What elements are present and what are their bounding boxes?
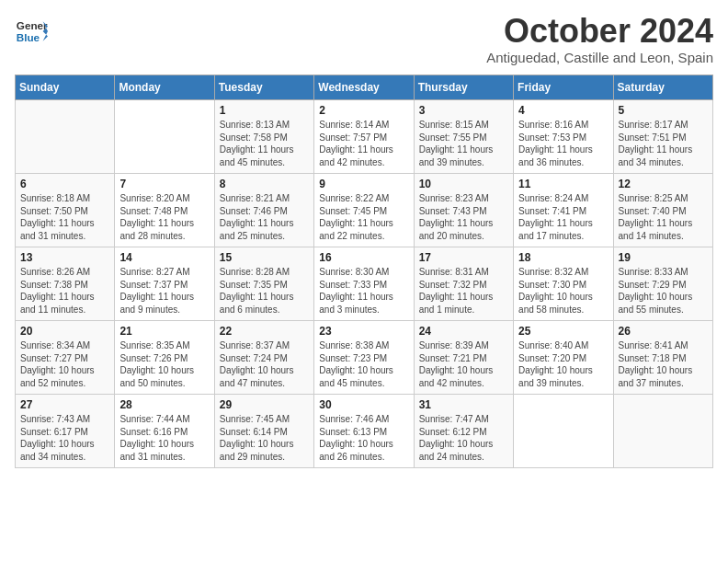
day-number: 2 [319,104,408,117]
day-number: 24 [419,325,508,338]
calendar-table: SundayMondayTuesdayWednesdayThursdayFrid… [15,75,713,468]
day-info: Sunrise: 7:43 AM Sunset: 6:17 PM Dayligh… [20,413,109,463]
day-info: Sunrise: 8:18 AM Sunset: 7:50 PM Dayligh… [20,192,109,242]
day-info: Sunrise: 8:15 AM Sunset: 7:55 PM Dayligh… [419,119,508,168]
day-info: Sunrise: 8:35 AM Sunset: 7:26 PM Dayligh… [119,339,209,389]
week-row-1: 1Sunrise: 8:13 AM Sunset: 7:58 PM Daylig… [16,100,713,174]
week-row-5: 27Sunrise: 7:43 AM Sunset: 6:17 PM Dayli… [16,395,713,468]
day-number: 12 [619,178,708,190]
calendar-cell [115,100,214,174]
calendar-cell: 22Sunrise: 8:37 AM Sunset: 7:24 PM Dayli… [214,321,313,395]
calendar-cell: 18Sunrise: 8:32 AM Sunset: 7:30 PM Dayli… [514,247,613,321]
logo: General Blue [15,15,48,48]
day-number: 5 [619,104,708,117]
calendar-cell: 13Sunrise: 8:26 AM Sunset: 7:38 PM Dayli… [16,247,115,321]
day-number: 17 [419,251,508,264]
calendar-cell: 17Sunrise: 8:31 AM Sunset: 7:32 PM Dayli… [414,247,513,321]
day-number: 22 [220,325,309,338]
col-header-wednesday: Wednesday [314,75,414,100]
calendar-cell: 29Sunrise: 7:45 AM Sunset: 6:14 PM Dayli… [214,395,313,468]
day-info: Sunrise: 8:26 AM Sunset: 7:38 PM Dayligh… [20,266,109,316]
day-number: 16 [319,251,408,264]
col-header-friday: Friday [514,75,613,100]
day-info: Sunrise: 8:22 AM Sunset: 7:45 PM Dayligh… [319,192,408,242]
col-header-saturday: Saturday [613,75,712,100]
calendar-cell: 4Sunrise: 8:16 AM Sunset: 7:53 PM Daylig… [514,100,613,174]
day-number: 3 [419,104,508,117]
day-number: 27 [20,398,109,411]
day-info: Sunrise: 8:40 AM Sunset: 7:20 PM Dayligh… [518,339,608,389]
day-info: Sunrise: 8:38 AM Sunset: 7:23 PM Dayligh… [319,339,408,389]
location-subtitle: Antiguedad, Castille and Leon, Spain [486,50,713,65]
day-info: Sunrise: 8:17 AM Sunset: 7:51 PM Dayligh… [619,119,708,168]
week-row-4: 20Sunrise: 8:34 AM Sunset: 7:27 PM Dayli… [16,321,713,395]
svg-text:General: General [17,19,48,31]
day-number: 28 [119,398,209,411]
week-row-2: 6Sunrise: 8:18 AM Sunset: 7:50 PM Daylig… [16,174,713,247]
day-number: 26 [619,325,708,338]
day-number: 29 [220,398,309,411]
col-header-thursday: Thursday [414,75,513,100]
day-number: 18 [518,251,608,264]
day-number: 11 [518,178,608,190]
day-info: Sunrise: 8:27 AM Sunset: 7:37 PM Dayligh… [119,266,209,316]
day-info: Sunrise: 8:24 AM Sunset: 7:41 PM Dayligh… [518,192,608,242]
day-info: Sunrise: 8:39 AM Sunset: 7:21 PM Dayligh… [419,339,508,389]
day-info: Sunrise: 8:41 AM Sunset: 7:18 PM Dayligh… [619,339,708,389]
calendar-cell: 6Sunrise: 8:18 AM Sunset: 7:50 PM Daylig… [16,174,115,247]
calendar-cell: 25Sunrise: 8:40 AM Sunset: 7:20 PM Dayli… [514,321,613,395]
calendar-cell: 21Sunrise: 8:35 AM Sunset: 7:26 PM Dayli… [115,321,214,395]
day-info: Sunrise: 8:25 AM Sunset: 7:40 PM Dayligh… [619,192,708,242]
calendar-cell: 3Sunrise: 8:15 AM Sunset: 7:55 PM Daylig… [414,100,513,174]
day-info: Sunrise: 7:44 AM Sunset: 6:16 PM Dayligh… [119,413,209,463]
day-number: 9 [319,178,408,190]
calendar-cell: 10Sunrise: 8:23 AM Sunset: 7:43 PM Dayli… [414,174,513,247]
calendar-cell: 7Sunrise: 8:20 AM Sunset: 7:48 PM Daylig… [115,174,214,247]
day-info: Sunrise: 7:46 AM Sunset: 6:13 PM Dayligh… [319,413,408,463]
calendar-cell: 27Sunrise: 7:43 AM Sunset: 6:17 PM Dayli… [16,395,115,468]
day-info: Sunrise: 8:13 AM Sunset: 7:58 PM Dayligh… [220,119,309,168]
day-number: 8 [220,178,309,190]
calendar-cell: 16Sunrise: 8:30 AM Sunset: 7:33 PM Dayli… [314,247,414,321]
logo-icon: General Blue [15,15,48,48]
page-header: General Blue October 2024 Antiguedad, Ca… [15,15,713,65]
day-number: 31 [419,398,508,411]
day-info: Sunrise: 8:32 AM Sunset: 7:30 PM Dayligh… [518,266,608,316]
calendar-cell: 23Sunrise: 8:38 AM Sunset: 7:23 PM Dayli… [314,321,414,395]
calendar-cell: 20Sunrise: 8:34 AM Sunset: 7:27 PM Dayli… [16,321,115,395]
day-info: Sunrise: 7:47 AM Sunset: 6:12 PM Dayligh… [419,413,508,463]
day-info: Sunrise: 8:30 AM Sunset: 7:33 PM Dayligh… [319,266,408,316]
day-info: Sunrise: 7:45 AM Sunset: 6:14 PM Dayligh… [220,413,309,463]
col-header-tuesday: Tuesday [214,75,313,100]
day-number: 10 [419,178,508,190]
calendar-cell: 14Sunrise: 8:27 AM Sunset: 7:37 PM Dayli… [115,247,214,321]
day-info: Sunrise: 8:37 AM Sunset: 7:24 PM Dayligh… [220,339,309,389]
week-row-3: 13Sunrise: 8:26 AM Sunset: 7:38 PM Dayli… [16,247,713,321]
calendar-cell [16,100,115,174]
day-info: Sunrise: 8:16 AM Sunset: 7:53 PM Dayligh… [518,119,608,168]
day-number: 14 [119,251,209,264]
calendar-cell: 11Sunrise: 8:24 AM Sunset: 7:41 PM Dayli… [514,174,613,247]
day-number: 4 [518,104,608,117]
day-number: 21 [119,325,209,338]
day-info: Sunrise: 8:33 AM Sunset: 7:29 PM Dayligh… [619,266,708,316]
calendar-cell: 1Sunrise: 8:13 AM Sunset: 7:58 PM Daylig… [214,100,313,174]
day-number: 25 [518,325,608,338]
calendar-cell: 30Sunrise: 7:46 AM Sunset: 6:13 PM Dayli… [314,395,414,468]
calendar-cell: 31Sunrise: 7:47 AM Sunset: 6:12 PM Dayli… [414,395,513,468]
calendar-cell: 12Sunrise: 8:25 AM Sunset: 7:40 PM Dayli… [613,174,712,247]
calendar-cell: 15Sunrise: 8:28 AM Sunset: 7:35 PM Dayli… [214,247,313,321]
day-info: Sunrise: 8:21 AM Sunset: 7:46 PM Dayligh… [220,192,309,242]
day-number: 7 [119,178,209,190]
column-headers: SundayMondayTuesdayWednesdayThursdayFrid… [16,75,713,100]
day-number: 20 [20,325,109,338]
day-info: Sunrise: 8:31 AM Sunset: 7:32 PM Dayligh… [419,266,508,316]
calendar-cell: 19Sunrise: 8:33 AM Sunset: 7:29 PM Dayli… [613,247,712,321]
svg-text:Blue: Blue [17,31,40,43]
day-number: 1 [220,104,309,117]
month-title: October 2024 [486,15,713,48]
day-info: Sunrise: 8:28 AM Sunset: 7:35 PM Dayligh… [220,266,309,316]
calendar-cell [613,395,712,468]
col-header-monday: Monday [115,75,214,100]
calendar-cell: 2Sunrise: 8:14 AM Sunset: 7:57 PM Daylig… [314,100,414,174]
